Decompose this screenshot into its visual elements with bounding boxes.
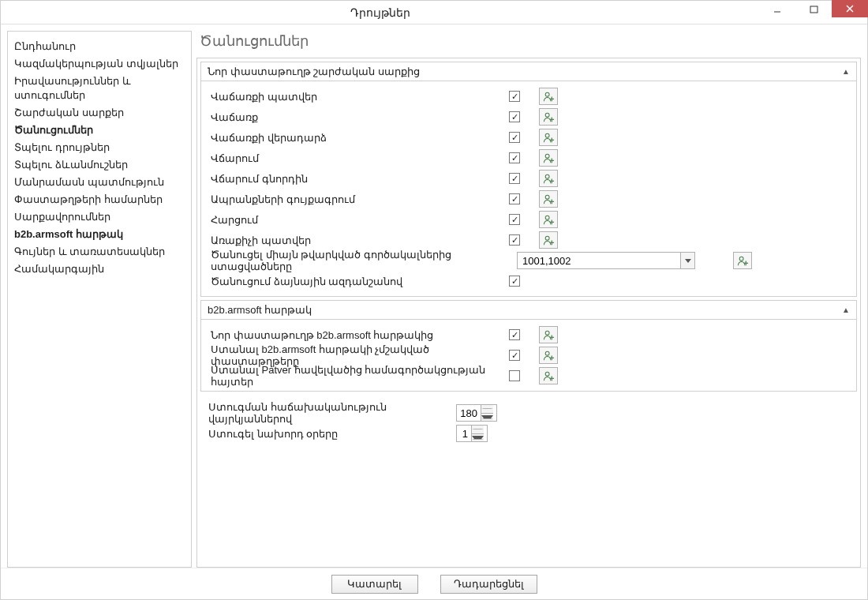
- cancel-button[interactable]: Դադարեցնել: [440, 575, 537, 594]
- svg-point-7: [545, 113, 549, 117]
- svg-point-31: [545, 331, 549, 335]
- checkbox[interactable]: [509, 214, 520, 225]
- agents-input[interactable]: [518, 253, 680, 268]
- days-input[interactable]: [457, 426, 471, 441]
- spin-up[interactable]: [472, 426, 484, 434]
- svg-point-34: [545, 351, 549, 355]
- minimize-button[interactable]: [759, 1, 795, 18]
- close-button[interactable]: [832, 0, 868, 17]
- setting-row: Առաքիչի պատվեր: [211, 230, 847, 250]
- label-check-frequency: Ստուգման հաճախականություն վայրկյաններով: [208, 401, 450, 425]
- setting-label: Վաճառք: [211, 111, 503, 123]
- setting-row: Ծանուցում ձայնային ազդանշանով: [211, 271, 847, 291]
- sidebar-item-6[interactable]: Տպելու ձևանմուշներ: [8, 156, 191, 174]
- setting-row: Վաճառք: [211, 107, 847, 127]
- group-body-b2b: Նոր փաստաթուղթ b2b.armsoft հարթակիցՍտանա…: [201, 320, 856, 391]
- sidebar-item-11[interactable]: Գույներ և տառատեսակներ: [8, 243, 191, 261]
- frequency-input[interactable]: [457, 405, 481, 421]
- collapse-icon: ▲: [842, 306, 850, 314]
- checkbox[interactable]: [509, 152, 520, 163]
- checkbox[interactable]: [509, 132, 520, 143]
- group-body-mobile: Վաճառքի պատվերՎաճառքՎաճառքի վերադարձՎճար…: [201, 81, 856, 296]
- checkbox[interactable]: [509, 173, 520, 184]
- svg-point-10: [545, 133, 549, 137]
- checkbox[interactable]: [509, 370, 520, 381]
- assign-user-button[interactable]: [733, 252, 752, 269]
- user-plus-icon: [543, 152, 555, 164]
- frequency-spinbox[interactable]: [456, 404, 497, 422]
- checkbox-cell: [509, 111, 525, 122]
- group-title: Նոր փաստաթուղթ շարժական սարքից: [208, 66, 420, 77]
- maximize-button[interactable]: [795, 1, 832, 18]
- sidebar-item-9[interactable]: Սարքավորումներ: [8, 208, 191, 226]
- spin-down[interactable]: [472, 434, 484, 442]
- setting-row: Ստանալ b2b.armsoft հարթակի չմշակված փաստ…: [211, 345, 847, 366]
- user-plus-icon: [543, 234, 555, 246]
- sidebar-item-2[interactable]: Իրավասություններ և ստուգումներ: [8, 73, 191, 104]
- checkbox[interactable]: [509, 276, 520, 287]
- label-previous-days: Ստուգել նախորդ օրերը: [208, 428, 450, 440]
- checkbox-cell: [509, 132, 525, 143]
- setting-label: Հարցում: [211, 214, 503, 226]
- user-plus-icon: [543, 91, 555, 103]
- assign-user-button[interactable]: [539, 347, 558, 364]
- setting-row: Հարցում: [211, 209, 847, 230]
- misc-settings: Ստուգման հաճախականություն վայրկյաններով …: [197, 395, 860, 452]
- dialog-footer: Կատարել Դադարեցնել: [1, 568, 867, 599]
- checkbox-cell: [509, 329, 525, 340]
- checkbox[interactable]: [509, 329, 520, 340]
- sidebar-item-5[interactable]: Տպելու դրույթներ: [8, 139, 191, 156]
- checkbox-cell: [509, 276, 525, 287]
- sidebar-item-4[interactable]: Ծանուցումներ: [8, 122, 191, 139]
- assign-user-button[interactable]: [539, 211, 558, 228]
- checkbox[interactable]: [509, 350, 520, 361]
- days-spinbox[interactable]: [456, 425, 488, 442]
- agents-combo[interactable]: [517, 252, 695, 269]
- checkbox-cell: [509, 91, 525, 102]
- assign-user-button[interactable]: [539, 326, 558, 343]
- assign-user-button[interactable]: [539, 149, 558, 167]
- assign-user-button[interactable]: [539, 367, 558, 384]
- checkbox[interactable]: [509, 234, 520, 246]
- assign-user-button[interactable]: [539, 88, 558, 105]
- spin-down[interactable]: [481, 414, 493, 422]
- spin-up[interactable]: [481, 405, 493, 414]
- checkbox-cell: [509, 152, 525, 163]
- svg-point-22: [545, 216, 549, 219]
- sidebar-item-10[interactable]: b2b.armsoft հարթակ: [8, 226, 191, 243]
- main-panel: Ծանուցումներ Նոր փաստաթուղթ շարժական սար…: [196, 31, 861, 568]
- checkbox[interactable]: [509, 111, 520, 122]
- checkbox-cell: [509, 234, 525, 246]
- assign-user-button[interactable]: [539, 190, 558, 208]
- setting-label: Ապրանքների գույքագրում: [211, 193, 503, 205]
- sidebar-item-7[interactable]: Մանրամասն պատմություն: [8, 174, 191, 191]
- setting-row: Վաճառքի պատվեր: [211, 86, 847, 107]
- dropdown-button[interactable]: [680, 253, 694, 268]
- svg-point-16: [545, 174, 549, 178]
- setting-row: Նոր փաստաթուղթ b2b.armsoft հարթակից: [211, 324, 847, 345]
- sidebar-item-12[interactable]: Համակարգային: [8, 261, 191, 278]
- titlebar: Դրույթներ: [1, 1, 867, 24]
- ok-button[interactable]: Կատարել: [331, 575, 418, 594]
- assign-user-button[interactable]: [539, 231, 558, 249]
- setting-label: Վաճառքի պատվեր: [211, 91, 503, 103]
- svg-point-13: [545, 154, 549, 158]
- row-previous-days: Ստուգել նախորդ օրերը: [208, 423, 849, 444]
- group-header-mobile[interactable]: Նոր փաստաթուղթ շարժական սարքից ▲: [201, 62, 856, 81]
- assign-user-button[interactable]: [539, 170, 558, 187]
- svg-point-25: [545, 236, 549, 240]
- checkbox[interactable]: [509, 193, 520, 204]
- assign-user-button[interactable]: [539, 108, 558, 126]
- setting-label: Ծանուցում ձայնային ազդանշանով: [211, 276, 503, 287]
- close-icon: [845, 4, 855, 13]
- svg-point-37: [545, 372, 549, 376]
- setting-row: Ապրանքների գույքագրում: [211, 189, 847, 209]
- group-header-b2b[interactable]: b2b.armsoft հարթակ ▲: [201, 301, 856, 320]
- svg-point-19: [545, 195, 549, 199]
- assign-user-button[interactable]: [539, 129, 558, 146]
- sidebar-item-3[interactable]: Շարժական սարքեր: [8, 104, 191, 122]
- sidebar-item-0[interactable]: Ընդհանուր: [8, 38, 191, 55]
- checkbox[interactable]: [509, 91, 520, 102]
- sidebar-item-1[interactable]: Կազմակերպության տվյալներ: [8, 55, 191, 73]
- sidebar-item-8[interactable]: Փաստաթղթերի համարներ: [8, 191, 191, 208]
